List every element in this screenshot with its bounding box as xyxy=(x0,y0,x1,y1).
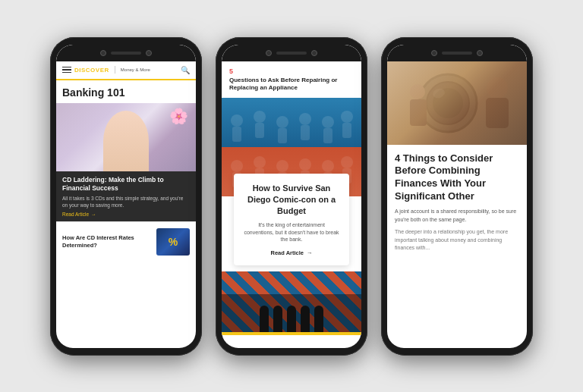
card-read-button[interactable]: Read Article → xyxy=(243,249,340,256)
phone-2: 5 Questions to Ask Before Repairing or R… xyxy=(216,37,367,356)
main-article-card[interactable]: How to Survive San Diego Comic-con on a … xyxy=(234,174,349,265)
svg-point-2 xyxy=(254,111,266,123)
phone-2-speaker xyxy=(276,52,307,55)
article-title: 4 Things to Consider Before Combining Fi… xyxy=(395,152,519,204)
bottom-graphic xyxy=(222,271,361,332)
phone-2-article-header: 5 Questions to Ask Before Repairing or R… xyxy=(222,61,361,99)
arrow-icon: → xyxy=(307,249,313,256)
article-description-2: The deeper into a relationship you get, … xyxy=(395,228,519,252)
logo-divider xyxy=(115,66,115,74)
article-title-main: Things to Consider Before Combining Fina… xyxy=(395,152,493,202)
face-illustration xyxy=(103,111,149,171)
svg-point-10 xyxy=(341,111,353,123)
article-number: 5 xyxy=(229,67,354,75)
read-label: Read Article xyxy=(271,249,304,256)
page-title: Banking 101 xyxy=(56,80,196,103)
phone-2-screen: 5 Questions to Ask Before Repairing or R… xyxy=(222,61,361,348)
phone-1-top-bar xyxy=(56,45,196,61)
hero-article-title: CD Laddering: Make the Climb to Financia… xyxy=(62,176,190,193)
arrow-right-icon: → xyxy=(91,212,96,217)
svg-rect-5 xyxy=(278,128,287,143)
phone-2-top-bar xyxy=(222,45,361,61)
phone-1-speaker xyxy=(111,52,141,55)
phone-1-header: DISCOVER Money & More 🔍 xyxy=(56,61,196,80)
hamburger-icon[interactable] xyxy=(62,67,71,74)
phone-3-camera-2 xyxy=(477,50,483,56)
yellow-accent-bar xyxy=(222,332,361,335)
svg-point-4 xyxy=(276,116,288,128)
svg-point-16 xyxy=(276,160,288,172)
phone-3-speaker xyxy=(442,52,472,55)
top-photo xyxy=(387,61,527,145)
phone-1-logo-area: DISCOVER Money & More xyxy=(62,66,150,74)
phone-3-top-bar xyxy=(387,45,527,61)
phone-1-camera xyxy=(100,50,106,56)
second-article-thumbnail: % xyxy=(156,228,190,256)
svg-rect-3 xyxy=(255,123,264,138)
photo-overlay xyxy=(387,61,527,145)
phone-1-camera-2 xyxy=(146,50,152,56)
phone-2-camera-2 xyxy=(311,50,317,56)
svg-point-0 xyxy=(231,114,243,127)
phone-2-camera xyxy=(266,50,272,56)
bottom-silhouettes xyxy=(222,294,361,332)
card-description: It's the king of entertainment conventio… xyxy=(243,221,340,243)
svg-rect-7 xyxy=(301,125,310,140)
svg-point-20 xyxy=(322,160,334,172)
hero-article-overlay: CD Laddering: Make the Climb to Financia… xyxy=(56,171,196,221)
article-description: A joint account is a shared responsibili… xyxy=(395,208,519,224)
svg-point-8 xyxy=(322,116,334,128)
svg-rect-1 xyxy=(232,127,241,142)
scene: DISCOVER Money & More 🔍 Banking 101 🌸 CD… xyxy=(0,0,583,392)
hero-image: 🌸 xyxy=(56,103,196,171)
discover-logo: DISCOVER xyxy=(74,67,109,74)
phone-1-screen: DISCOVER Money & More 🔍 Banking 101 🌸 CD… xyxy=(56,61,196,348)
svg-point-22 xyxy=(341,156,353,168)
svg-point-6 xyxy=(299,113,311,125)
search-icon[interactable]: 🔍 xyxy=(181,66,190,74)
section-label: Money & More xyxy=(121,67,150,72)
svg-point-18 xyxy=(299,158,311,171)
phone-1: DISCOVER Money & More 🔍 Banking 101 🌸 CD… xyxy=(50,37,202,356)
svg-point-12 xyxy=(231,160,243,172)
second-article[interactable]: How Are CD Interest Rates Determined? % xyxy=(56,221,196,262)
svg-rect-9 xyxy=(323,128,332,143)
svg-point-14 xyxy=(254,156,266,168)
top-article-title: Questions to Ask Before Repairing or Rep… xyxy=(229,77,354,93)
phone-3-camera xyxy=(431,50,437,56)
hero-read-link[interactable]: Read Article → xyxy=(62,212,190,217)
card-title: How to Survive San Diego Comic-con on a … xyxy=(243,183,340,217)
flowers-decoration: 🌸 xyxy=(169,107,188,125)
read-article-label: Read Article xyxy=(62,212,89,217)
svg-rect-11 xyxy=(342,123,351,138)
article-number: 4 xyxy=(395,152,400,164)
phone-3-content: 4 Things to Consider Before Combining Fi… xyxy=(387,145,527,260)
percent-icon: % xyxy=(169,236,178,248)
phone-3: 4 Things to Consider Before Combining Fi… xyxy=(381,37,533,356)
phone-3-screen: 4 Things to Consider Before Combining Fi… xyxy=(387,61,527,348)
second-article-title: How Are CD Interest Rates Determined? xyxy=(62,234,156,249)
hero-article-description: All it takes is 3 CDs and this simple st… xyxy=(62,195,190,209)
